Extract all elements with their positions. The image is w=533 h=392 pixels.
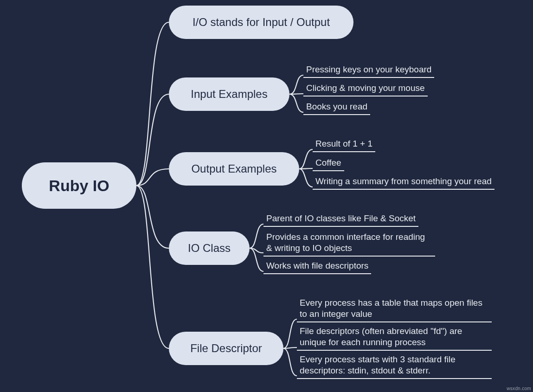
leaf-ioclass-2: Provides a common interface for reading … [263,231,435,257]
leaf-input-1: Pressing keys on your keyboard [303,64,434,78]
leaf-input-3: Books you read [303,101,370,115]
branch-label: IO Class [188,242,231,255]
leaf-text: Provides a common interface for reading … [266,232,425,253]
branch-label: Input Examples [191,88,267,101]
branch-label: Output Examples [191,162,276,175]
leaf-fd-2: File descriptors (often abreviated "fd")… [297,326,492,351]
leaf-output-3: Writing a summary from something your re… [313,176,494,190]
watermark: wsxdn.com [507,386,531,391]
branch-io-class: IO Class [169,231,250,265]
leaf-text: Coffee [315,158,341,167]
root-label: Ruby IO [49,177,109,195]
leaf-text: Books you read [306,102,367,111]
leaf-text: Parent of IO classes like File & Socket [266,213,416,223]
root-node: Ruby IO [22,162,136,209]
leaf-ioclass-3: Works with file descriptors [263,260,371,274]
branch-label: I/O stands for Input / Output [193,16,330,29]
leaf-text: Works with file descriptors [266,261,368,270]
leaf-output-2: Coffee [313,157,344,171]
leaf-text: Clicking & moving your mouse [306,83,425,93]
leaf-input-2: Clicking & moving your mouse [303,83,428,96]
leaf-text: File descriptors (often abreviated "fd")… [300,326,462,347]
branch-label: File Descriptor [190,342,262,355]
leaf-text: Every process has a table that maps open… [300,298,482,319]
leaf-text: Every process starts with 3 standard fil… [300,354,456,375]
leaf-fd-1: Every process has a table that maps open… [297,297,492,322]
watermark-text: wsxdn.com [507,386,531,391]
branch-output-examples: Output Examples [169,152,299,186]
leaf-fd-3: Every process starts with 3 standard fil… [297,354,492,379]
branch-input-examples: Input Examples [169,77,289,111]
branch-file-descriptor: File Descriptor [169,332,283,365]
leaf-ioclass-1: Parent of IO classes like File & Socket [263,213,418,227]
leaf-text: Result of 1 + 1 [315,139,372,148]
branch-io-meaning: I/O stands for Input / Output [169,6,353,39]
leaf-output-1: Result of 1 + 1 [313,138,375,152]
leaf-text: Pressing keys on your keyboard [306,64,431,74]
leaf-text: Writing a summary from something your re… [315,176,492,186]
